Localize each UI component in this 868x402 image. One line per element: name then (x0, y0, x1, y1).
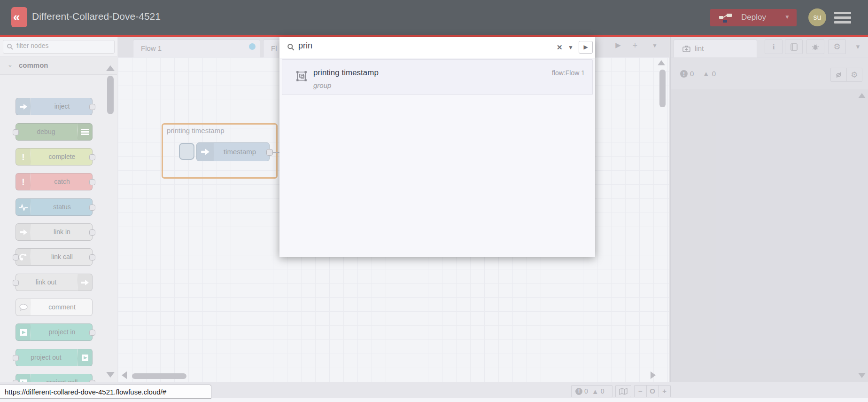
instance-title: Different-Collared-Dove-4521 (32, 11, 161, 22)
deploy-caret-icon[interactable]: ▼ (784, 14, 790, 20)
search-options-button[interactable]: ▶ (579, 41, 593, 54)
result-title: printing timestamp (313, 68, 379, 78)
search-result-item[interactable]: printing timestamp flow:Flow 1 group (282, 59, 593, 95)
deploy-button[interactable]: Deploy ▼ (710, 9, 797, 26)
search-history-caret[interactable]: ▼ (568, 44, 574, 51)
user-avatar[interactable]: su (808, 8, 826, 26)
deploy-label: Deploy (741, 13, 766, 22)
node-red-editor: « Different-Collared-Dove-4521 Deploy ▼ … (0, 0, 868, 402)
deploy-icon (719, 13, 733, 25)
group-icon (295, 70, 308, 84)
search-dialog: printing timestamp flow:Flow 1 group (279, 37, 595, 257)
search-input-row (279, 37, 595, 58)
search-clear-icon[interactable]: ✕ (557, 43, 563, 52)
header: « Different-Collared-Dove-4521 Deploy ▼ … (0, 0, 868, 35)
main-menu-button[interactable] (834, 12, 851, 24)
browser-status-tooltip: https://different-collared-dove-4521.flo… (0, 385, 211, 399)
search-results-list: printing timestamp flow:Flow 1 group (279, 58, 595, 257)
result-type: group (313, 81, 331, 89)
search-input[interactable] (298, 41, 561, 51)
search-icon (287, 43, 295, 53)
result-flow-meta: flow:Flow 1 (552, 69, 585, 77)
flowfuse-logo-icon: « (11, 7, 27, 27)
status-url: https://different-collared-dove-4521.flo… (5, 388, 166, 396)
